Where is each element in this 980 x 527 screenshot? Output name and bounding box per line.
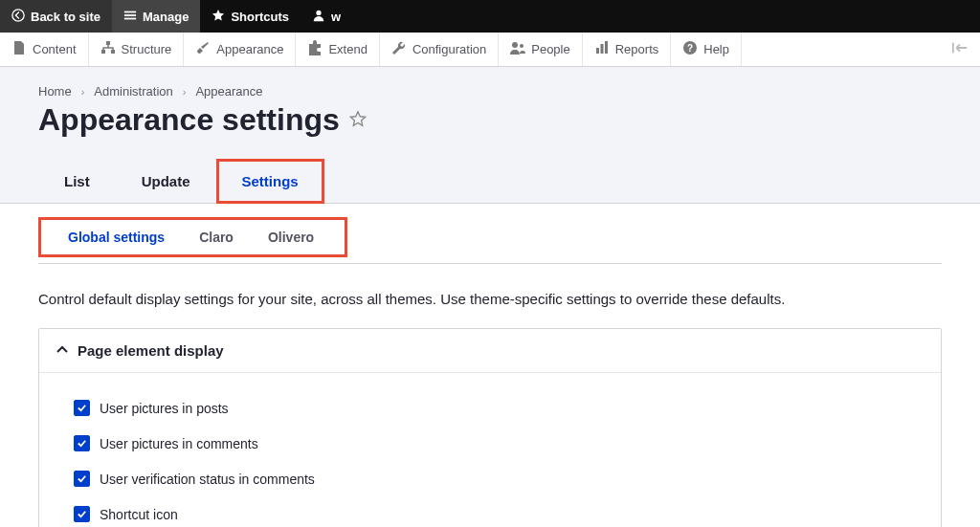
user-menu-button[interactable]: w <box>301 0 352 33</box>
manage-button[interactable]: Manage <box>112 0 200 33</box>
page-title: Appearance settings <box>38 102 340 138</box>
details-body: User pictures in posts User pictures in … <box>39 373 941 527</box>
adminbar-item-extend[interactable]: Extend <box>296 33 379 66</box>
checkmark-icon <box>77 401 87 416</box>
checkmark-icon <box>77 436 87 451</box>
adminbar-label: Appearance <box>216 42 283 56</box>
svg-point-9 <box>520 44 523 48</box>
adminbar-item-appearance[interactable]: Appearance <box>184 33 296 66</box>
arrow-left-bar-icon <box>951 40 969 58</box>
user-label: w <box>331 10 341 24</box>
hamburger-icon <box>123 9 137 25</box>
breadcrumb-appearance[interactable]: Appearance <box>195 84 262 99</box>
adminbar-label: Help <box>703 42 729 56</box>
page-element-display-panel: Page element display User pictures in po… <box>38 328 942 527</box>
tab-settings[interactable]: Settings <box>216 159 324 204</box>
check-label[interactable]: User pictures in comments <box>100 436 258 451</box>
checkbox-user-pictures-comments[interactable] <box>74 435 90 451</box>
svg-rect-6 <box>101 50 105 54</box>
adminbar-label: Extend <box>328 42 367 56</box>
svg-point-4 <box>316 10 321 14</box>
add-shortcut-button[interactable] <box>349 110 367 130</box>
checkbox-user-pictures-posts[interactable] <box>74 400 90 416</box>
people-icon <box>510 40 525 58</box>
svg-rect-10 <box>596 48 599 54</box>
details-summary[interactable]: Page element display <box>39 329 941 373</box>
adminbar-label: People <box>531 42 569 56</box>
checkmark-icon <box>77 472 87 487</box>
primary-tabs: List Update Settings <box>38 159 942 203</box>
svg-rect-5 <box>106 41 110 45</box>
tab-list[interactable]: List <box>38 159 116 204</box>
check-row: User verification status in comments <box>74 461 924 496</box>
secondary-tabs: Global settings Claro Olivero <box>38 217 347 257</box>
adminbar-item-reports[interactable]: Reports <box>583 33 672 66</box>
checkbox-shortcut-icon[interactable] <box>74 506 90 522</box>
breadcrumb-administration[interactable]: Administration <box>94 84 172 99</box>
svg-rect-12 <box>605 41 608 54</box>
svg-rect-2 <box>124 14 136 16</box>
svg-point-0 <box>12 9 24 20</box>
svg-text:?: ? <box>687 43 693 54</box>
intro-text: Control default display settings for you… <box>38 291 942 307</box>
checkmark-icon <box>77 507 87 522</box>
star-outline-icon <box>349 115 367 130</box>
breadcrumb-separator: › <box>183 86 187 98</box>
topbar: Back to site Manage Shortcuts w <box>0 0 980 33</box>
paintbrush-icon <box>195 40 211 58</box>
adminbar-item-people[interactable]: People <box>499 33 582 66</box>
breadcrumb-separator: › <box>81 86 85 98</box>
adminbar-item-content[interactable]: Content <box>0 33 89 66</box>
page-header: Home › Administration › Appearance Appea… <box>0 67 980 204</box>
svg-rect-15 <box>952 43 954 54</box>
content: Global settings Claro Olivero Control de… <box>0 204 980 527</box>
check-row: User pictures in posts <box>74 390 924 426</box>
adminbar-label: Structure <box>122 42 172 56</box>
toolbar-orientation-toggle[interactable] <box>946 33 974 66</box>
shortcuts-button[interactable]: Shortcuts <box>200 0 301 33</box>
check-row: User pictures in comments <box>74 426 924 461</box>
divider <box>38 263 942 264</box>
check-label[interactable]: Shortcut icon <box>100 507 178 522</box>
check-row: Shortcut icon <box>74 496 924 527</box>
details-summary-label: Page element display <box>78 342 224 359</box>
svg-point-8 <box>512 42 518 48</box>
file-icon <box>11 40 27 58</box>
back-to-site-button[interactable]: Back to site <box>0 0 112 33</box>
structure-icon <box>100 40 116 58</box>
adminbar-label: Reports <box>615 42 659 56</box>
tab-update[interactable]: Update <box>116 159 216 204</box>
adminbar-label: Configuration <box>412 42 486 56</box>
user-icon <box>312 9 325 25</box>
help-icon: ? <box>682 40 698 58</box>
shortcuts-label: Shortcuts <box>231 10 289 24</box>
adminbar: Content Structure Appearance Extend Conf… <box>0 33 980 67</box>
chart-icon <box>594 40 610 58</box>
puzzle-icon <box>307 40 323 58</box>
svg-rect-11 <box>600 44 603 54</box>
subtab-global-settings[interactable]: Global settings <box>51 226 182 249</box>
adminbar-item-help[interactable]: ? Help <box>671 33 742 66</box>
wrench-icon <box>391 40 407 58</box>
adminbar-item-structure[interactable]: Structure <box>89 33 185 66</box>
breadcrumb: Home › Administration › Appearance <box>38 84 942 99</box>
adminbar-item-configuration[interactable]: Configuration <box>380 33 499 66</box>
subtab-claro[interactable]: Claro <box>182 226 251 249</box>
check-label[interactable]: User pictures in posts <box>100 401 229 416</box>
manage-label: Manage <box>143 10 189 24</box>
svg-rect-1 <box>124 11 136 12</box>
subtab-olivero[interactable]: Olivero <box>251 226 331 249</box>
star-icon <box>212 9 225 25</box>
checkbox-user-verification[interactable] <box>74 471 90 487</box>
check-label[interactable]: User verification status in comments <box>100 472 315 487</box>
svg-rect-3 <box>124 17 136 19</box>
chevron-up-icon <box>56 342 68 359</box>
chevron-left-icon <box>11 9 25 25</box>
back-to-site-label: Back to site <box>31 10 100 24</box>
svg-rect-7 <box>111 50 115 54</box>
adminbar-label: Content <box>33 42 77 56</box>
breadcrumb-home[interactable]: Home <box>38 84 72 99</box>
